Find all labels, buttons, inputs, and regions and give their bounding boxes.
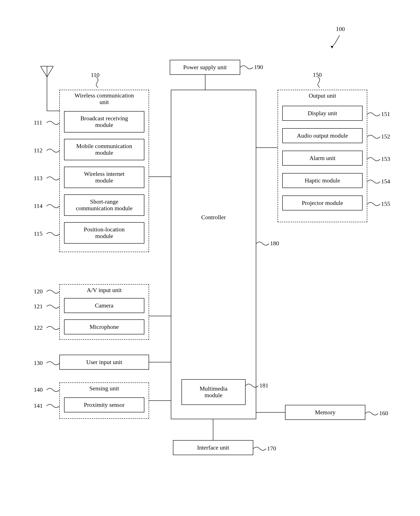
- leader-140: [46, 387, 59, 393]
- display-box: Display unit: [282, 106, 363, 121]
- ref-120: 120: [34, 288, 43, 295]
- ref-160: 160: [379, 410, 388, 417]
- microphone-box: Microphone: [64, 319, 144, 334]
- ref-130: 130: [34, 360, 43, 366]
- projector-label: Projector module: [302, 200, 343, 206]
- antenna-icon: [38, 64, 55, 111]
- memory-label: Memory: [315, 409, 336, 416]
- connector-output: [256, 147, 278, 148]
- leader-152: [367, 134, 380, 140]
- arrow-icon: [329, 34, 342, 49]
- interface-box: Interface unit: [173, 440, 253, 455]
- figure-ref: 100: [336, 26, 345, 32]
- connector-userinput: [149, 362, 171, 362]
- mobile-comm-label: Mobile communication module: [76, 143, 132, 156]
- position-loc-box: Position-location module: [64, 222, 144, 243]
- output-title: Output unit: [278, 92, 367, 99]
- multimedia-box: Multimedia module: [181, 379, 246, 405]
- ref-141: 141: [34, 402, 43, 409]
- ref-121: 121: [34, 303, 43, 310]
- ref-111: 111: [34, 119, 42, 126]
- wireless-comm-title: Wireless communication unit: [59, 92, 149, 106]
- ref-180: 180: [270, 240, 279, 247]
- camera-box: Camera: [64, 298, 144, 313]
- ref-122: 122: [34, 324, 43, 331]
- leader-160: [365, 410, 378, 417]
- leader-170: [253, 446, 266, 452]
- broadcast-receiving-box: Broadcast receiving module: [64, 111, 144, 132]
- connector-interface: [213, 419, 213, 440]
- projector-box: Projector module: [282, 196, 363, 211]
- leader-130: [46, 360, 59, 366]
- user-input-box: User input unit: [59, 355, 149, 370]
- ref-190: 190: [254, 64, 263, 70]
- sensing-title: Sensing unit: [59, 385, 149, 392]
- ref-113: 113: [34, 175, 43, 182]
- short-range-label: Short-range communication module: [76, 198, 132, 212]
- leader-190: [240, 64, 253, 70]
- leader-141: [46, 403, 59, 409]
- ref-170: 170: [267, 445, 276, 452]
- leader-154: [367, 178, 380, 185]
- ref-115: 115: [34, 230, 43, 237]
- multimedia-label: Multimedia module: [200, 386, 228, 399]
- position-loc-label: Position-location module: [84, 226, 125, 240]
- display-label: Display unit: [308, 110, 337, 117]
- ref-112: 112: [34, 147, 43, 154]
- memory-box: Memory: [285, 405, 365, 420]
- connector-wireless: [149, 176, 171, 177]
- controller-label: Controller: [201, 214, 226, 221]
- audio-output-label: Audio output module: [297, 132, 348, 139]
- leader-121: [46, 304, 59, 310]
- connector-sensing: [149, 400, 171, 401]
- leader-111: [46, 120, 59, 126]
- controller-box: Controller: [171, 90, 256, 419]
- leader-180: [256, 240, 269, 247]
- leader-181: [246, 382, 258, 389]
- wireless-internet-box: Wireless internet module: [64, 167, 144, 188]
- connector-power: [205, 75, 205, 90]
- power-supply-box: Power supply unit: [170, 60, 240, 75]
- interface-label: Interface unit: [197, 444, 229, 451]
- leader-114: [46, 203, 59, 209]
- proximity-box: Proximity sensor: [64, 397, 144, 412]
- ref-154: 154: [381, 178, 390, 185]
- av-input-title: A/V input unit: [59, 287, 149, 294]
- power-supply-label: Power supply unit: [183, 64, 227, 71]
- ref-151: 151: [381, 111, 390, 118]
- haptic-box: Haptic module: [282, 173, 363, 188]
- alarm-label: Alarm unit: [309, 155, 336, 161]
- short-range-box: Short-range communication module: [64, 194, 144, 216]
- leader-151: [367, 111, 380, 118]
- proximity-label: Proximity sensor: [84, 402, 125, 408]
- user-input-label: User input unit: [86, 359, 122, 365]
- leader-113: [46, 175, 59, 182]
- audio-output-box: Audio output module: [282, 128, 363, 143]
- leader-112: [46, 147, 59, 154]
- connector-antenna: [47, 111, 60, 111]
- broadcast-receiving-label: Broadcast receiving module: [80, 115, 128, 129]
- mobile-comm-box: Mobile communication module: [64, 139, 144, 160]
- ref-181: 181: [259, 382, 268, 389]
- ref-155: 155: [381, 200, 390, 207]
- camera-label: Camera: [95, 302, 113, 309]
- alarm-box: Alarm unit: [282, 151, 363, 166]
- leader-115: [46, 231, 59, 237]
- connector-av: [149, 316, 171, 316]
- haptic-label: Haptic module: [305, 177, 340, 184]
- leader-153: [367, 156, 380, 162]
- ref-114: 114: [34, 203, 43, 209]
- leader-120: [46, 288, 59, 295]
- connector-memory: [256, 412, 285, 413]
- leader-155: [367, 201, 380, 207]
- ref-140: 140: [34, 386, 43, 393]
- ref-153: 153: [381, 156, 390, 162]
- leader-122: [46, 325, 59, 331]
- ref-152: 152: [381, 133, 390, 140]
- wireless-internet-label: Wireless internet module: [84, 171, 124, 184]
- leader-110: [93, 76, 101, 88]
- svg-line-2: [47, 66, 53, 77]
- svg-line-1: [41, 66, 47, 77]
- microphone-label: Microphone: [90, 324, 119, 330]
